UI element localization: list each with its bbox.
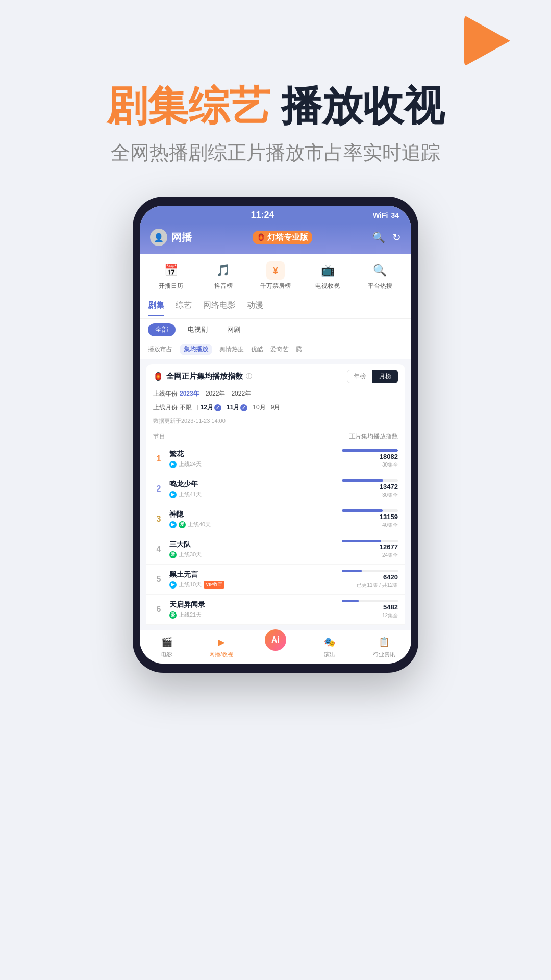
- item-info-1: 繁花 ▶ 上线24天: [169, 450, 332, 468]
- list-item[interactable]: 4 三大队 爱 上线30天 12677 24集全: [146, 534, 405, 565]
- vip-badge-5: VIP收官: [204, 581, 224, 589]
- nav-item-search[interactable]: 🔍 平台热搜: [354, 261, 406, 290]
- check-badge-12: ✓: [214, 404, 221, 411]
- month-unlimited[interactable]: 不限: [180, 403, 192, 412]
- bar-area-4: 12677 24集全: [337, 540, 398, 559]
- brand-name: 灯塔专业版: [267, 232, 308, 243]
- bar-area-2: 13472 30集全: [337, 479, 398, 499]
- refresh-icon[interactable]: ↻: [392, 231, 401, 243]
- drama-list: 1 繁花 ▶ 上线24天 18082 30集全: [146, 444, 405, 625]
- rank-4: 4: [153, 545, 164, 554]
- item-info-5: 黑土无言 ▶ 上线10天 VIP收官: [169, 570, 332, 589]
- platform-tencent-2: ▶: [169, 491, 177, 498]
- bar-area-1: 18082 30集全: [337, 449, 398, 469]
- item-name-6: 天启异闻录: [169, 600, 332, 609]
- item-sub-6: 爱 上线21天: [169, 611, 332, 619]
- item-sub-4: 爱 上线30天: [169, 551, 332, 558]
- year-2023[interactable]: 2023年: [180, 389, 199, 398]
- month-9[interactable]: 9月: [271, 403, 281, 412]
- tab-drama[interactable]: 剧集: [148, 300, 164, 316]
- item-days-3: 上线40天: [188, 521, 211, 528]
- list-item[interactable]: 3 神隐 ▶ 爱 上线40天 13159 4: [146, 504, 405, 534]
- show-icon: 🎭: [322, 634, 337, 650]
- item-name-4: 三大队: [169, 540, 332, 549]
- nav-label-tiktok: 抖音榜: [214, 282, 233, 290]
- year-2022b[interactable]: 2022年: [231, 389, 251, 398]
- nav-item-tv[interactable]: 📺 电视收视: [302, 261, 354, 290]
- item-eps-1: 30集全: [382, 461, 398, 469]
- chart-brand-icon: 🏮: [153, 372, 163, 381]
- headline-orange: 剧集综艺: [107, 83, 270, 129]
- bottom-nav: 🎬 电影 ▶ 网播/收视 Ai 🎭 演出 📋 行业资讯: [140, 630, 411, 664]
- ai-button[interactable]: Ai: [265, 629, 286, 651]
- update-time: 数据更新于2023-11-23 14:00: [146, 415, 405, 429]
- app-header: 👤 网播 🏮 灯塔专业版 🔍 ↻: [140, 224, 411, 254]
- lighthouse-badge: 🏮 灯塔专业版: [253, 231, 312, 244]
- bottom-label-show: 演出: [324, 651, 335, 658]
- user-avatar[interactable]: 👤: [150, 229, 167, 246]
- header-right: 🔍 ↻: [372, 231, 401, 243]
- item-value-3: 13159: [380, 513, 398, 521]
- bottom-nav-news[interactable]: 📋 行业资讯: [357, 634, 411, 658]
- table-header: 节目 正片集均播放指数: [146, 429, 405, 444]
- bar-track-6: [342, 600, 398, 602]
- headline-dark: 播放收视: [281, 83, 444, 129]
- calendar-icon: 📅: [162, 261, 180, 280]
- nav-item-tiktok[interactable]: 🎵 抖音榜: [197, 261, 249, 290]
- bottom-nav-webcast[interactable]: ▶ 网播/收视: [194, 634, 248, 658]
- metric-iqiyi[interactable]: 爱奇艺: [270, 345, 289, 354]
- item-sub-2: ▶ 上线41天: [169, 491, 332, 498]
- metric-avg[interactable]: 集均播放: [180, 344, 212, 355]
- nav-item-ticket[interactable]: ¥ 千万票房榜: [249, 261, 302, 290]
- bottom-nav-show[interactable]: 🎭 演出: [303, 634, 357, 658]
- toggle-year[interactable]: 年榜: [347, 370, 372, 383]
- filter-all[interactable]: 全部: [148, 323, 176, 336]
- list-item[interactable]: 2 鸣龙少年 ▶ 上线41天 13472 30集全: [146, 474, 405, 504]
- year-2022a[interactable]: 2022年: [206, 389, 226, 398]
- bar-fill-2: [342, 479, 383, 482]
- list-item[interactable]: 5 黑土无言 ▶ 上线10天 VIP收官 6420: [146, 565, 405, 595]
- item-name-2: 鸣龙少年: [169, 480, 332, 489]
- item-value-4: 12677: [380, 543, 398, 551]
- metric-tencent[interactable]: 腾: [296, 345, 302, 354]
- month-10[interactable]: 10月: [253, 403, 265, 412]
- filter-web[interactable]: 网剧: [220, 323, 247, 336]
- info-icon[interactable]: ⓘ: [246, 372, 252, 381]
- movie-icon: 🎬: [159, 634, 174, 650]
- item-days-2: 上线41天: [179, 491, 202, 498]
- metric-market[interactable]: 播放市占: [148, 345, 172, 354]
- status-time: 11:24: [251, 210, 274, 220]
- tab-anime[interactable]: 动漫: [247, 300, 263, 316]
- month-separator: |: [197, 405, 198, 410]
- phone-mockup: 11:24 WiFi 34 👤 网播 🏮 灯塔专业版 🔍 ↻: [133, 197, 418, 673]
- phone-screen: 11:24 WiFi 34 👤 网播 🏮 灯塔专业版 🔍 ↻: [140, 206, 411, 664]
- bar-track-2: [342, 479, 398, 482]
- tab-variety[interactable]: 综艺: [176, 300, 192, 316]
- bar-fill-4: [342, 540, 381, 542]
- bottom-nav-movie[interactable]: 🎬 电影: [140, 634, 194, 658]
- tv-icon: 📺: [318, 261, 337, 280]
- tab-movie[interactable]: 网络电影: [203, 300, 236, 316]
- search-icon[interactable]: 🔍: [372, 231, 385, 243]
- item-days-1: 上线24天: [179, 460, 202, 468]
- nav-item-calendar[interactable]: 📅 开播日历: [145, 261, 197, 290]
- bar-fill-3: [342, 509, 383, 512]
- bar-track-1: [342, 449, 398, 452]
- list-item[interactable]: 1 繁花 ▶ 上线24天 18082 30集全: [146, 444, 405, 474]
- item-days-4: 上线30天: [179, 551, 202, 558]
- platform-tencent-3: ▶: [169, 521, 177, 528]
- month-11[interactable]: 11月 ✓: [227, 403, 247, 412]
- metric-sentiment[interactable]: 舆情热度: [219, 345, 244, 354]
- toggle-month[interactable]: 月榜: [372, 370, 398, 383]
- nav-label-ticket: 千万票房榜: [260, 282, 291, 290]
- month-12[interactable]: 12月 ✓: [201, 403, 221, 412]
- rank-5: 5: [153, 575, 164, 584]
- list-item[interactable]: 6 天启异闻录 爱 上线21天 5482 12集全: [146, 595, 405, 625]
- filter-tv[interactable]: 电视剧: [181, 323, 215, 336]
- bottom-label-movie: 电影: [161, 651, 172, 658]
- month-filter: 上线月份 不限 | 12月 ✓ 11月 ✓ 10月 9月: [146, 401, 405, 415]
- bottom-nav-ai[interactable]: Ai: [248, 634, 303, 658]
- news-icon: 📋: [377, 634, 392, 650]
- metric-youku[interactable]: 优酷: [251, 345, 263, 354]
- item-eps-2: 30集全: [382, 492, 398, 499]
